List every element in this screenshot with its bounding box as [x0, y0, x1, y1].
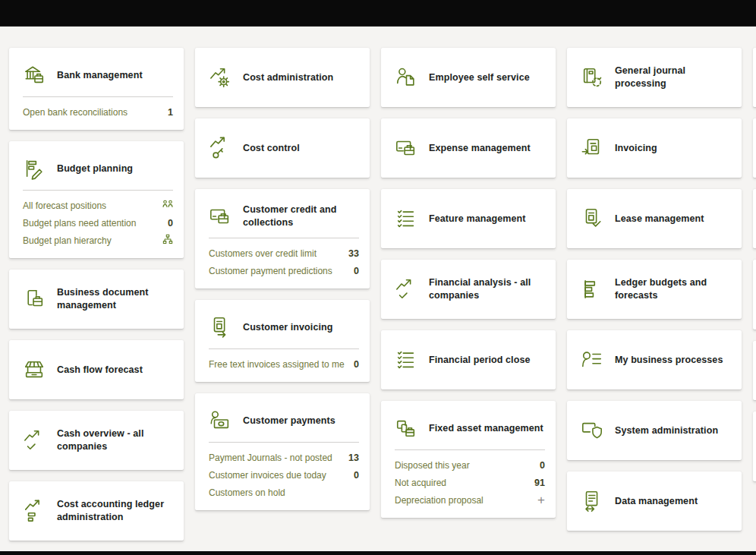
workspace-tile-financial-analysis-all-companies[interactable]: Financial analysis - all companies — [381, 260, 556, 319]
workspace-tile-cost-control[interactable]: Cost control — [195, 118, 370, 178]
workspace-tile-partial[interactable] — [753, 341, 756, 400]
tile-link-customers-on-hold[interactable]: Customers on hold — [209, 487, 285, 498]
workspace-tile-fixed-asset-management[interactable]: Fixed asset managementDisposed this year… — [381, 401, 556, 518]
tile-link-customers-over-credit-limit[interactable]: Customers over credit limit — [209, 248, 317, 259]
tile-columns: Bank managementOpen bank reconciliations… — [0, 27, 756, 541]
workspace-tile-expense-management[interactable]: Expense management — [381, 118, 556, 178]
tile-title[interactable]: Budget planning — [57, 162, 133, 175]
workspace-tile-cost-accounting-ledger-administration[interactable]: Cost accounting ledger administration — [9, 481, 184, 541]
tile-link-row: Disposed this year0 — [395, 456, 545, 474]
workspace-tile-customer-invoicing[interactable]: Customer invoicingFree text invoices ass… — [195, 300, 370, 382]
journal-sync-icon — [581, 66, 603, 89]
tile-title[interactable]: System administration — [615, 424, 718, 437]
count-badge: 0 — [354, 359, 359, 370]
workspace-tile-system-administration[interactable]: System administration — [567, 401, 742, 460]
tile-divider — [23, 190, 173, 191]
tile-links: Payment Journals - not posted13Customer … — [209, 449, 359, 501]
tile-links: All forecast positionsBudget plans need … — [23, 197, 173, 249]
workspace-tile-cost-administration[interactable]: Cost administration — [195, 48, 370, 107]
tile-links: Disposed this year0Not acquired91Depreci… — [395, 456, 545, 509]
tile-title[interactable]: Cost administration — [243, 71, 333, 84]
workspace-tile-bank-management[interactable]: Bank managementOpen bank reconciliations… — [9, 48, 184, 130]
tile-link-row: All forecast positions — [23, 197, 173, 214]
tile-link-customer-payment-predictions[interactable]: Customer payment predictions — [209, 266, 332, 276]
workspace-tile-business-document-management[interactable]: Business document management — [9, 270, 184, 329]
workspace-tile-employee-self-service[interactable]: Employee self service — [381, 48, 556, 107]
tile-title[interactable]: Employee self service — [429, 71, 530, 84]
tile-divider — [209, 442, 359, 443]
workspace-tile-partial[interactable] — [753, 189, 756, 248]
count-badge: 0 — [354, 266, 359, 276]
tile-header: Customer credit and collections — [209, 198, 359, 235]
tile-link-disposed-this-year[interactable]: Disposed this year — [395, 460, 470, 471]
tile-title[interactable]: Cash flow forecast — [57, 364, 143, 377]
workspace-tile-customer-payments[interactable]: Customer paymentsPayment Journals - not … — [195, 393, 370, 510]
plus-icon[interactable]: + — [537, 495, 545, 506]
workspace-tile-cash-flow-forecast[interactable]: Cash flow forecast — [9, 340, 184, 399]
workspace-tile-partial[interactable] — [753, 118, 756, 178]
tile-column-4: General journal processingInvoicingLease… — [567, 48, 742, 531]
workspace-tile-invoicing[interactable]: Invoicing — [567, 118, 742, 178]
tile-link-depreciation-proposal[interactable]: Depreciation proposal — [395, 495, 484, 506]
tile-header: Customer invoicing — [209, 309, 359, 345]
tile-link-not-acquired[interactable]: Not acquired — [395, 478, 446, 488]
tile-title[interactable]: Cash overview - all companies — [57, 427, 173, 453]
tile-title[interactable]: Customer credit and collections — [243, 203, 359, 229]
tile-link-row: Customers on hold — [209, 484, 359, 501]
tile-link-budget-plan-hierarchy[interactable]: Budget plan hierarchy — [23, 235, 112, 246]
tile-title[interactable]: Invoicing — [615, 142, 657, 155]
tile-title[interactable]: Customer payments — [243, 415, 335, 427]
workspace-tile-partial[interactable] — [753, 48, 756, 107]
workspace-tile-ledger-budgets-and-forecasts[interactable]: Ledger budgets and forecasts — [567, 260, 742, 319]
tile-title[interactable]: Fixed asset management — [429, 422, 543, 435]
workspace-tile-partial[interactable] — [753, 260, 756, 330]
workspace-tile-my-business-processes[interactable]: My business processes — [567, 330, 742, 389]
document-sync-icon — [581, 490, 603, 512]
checklist-icon — [395, 207, 417, 230]
tile-link-open-bank-reconciliations[interactable]: Open bank reconciliations — [23, 107, 128, 118]
credit-card-case-icon — [209, 205, 232, 228]
tile-link-payment-journals-not-posted[interactable]: Payment Journals - not posted — [209, 453, 332, 463]
tile-title[interactable]: Business document management — [57, 286, 173, 312]
tile-link-budget-plans-need-attention[interactable]: Budget plans need attention — [23, 218, 136, 229]
workspace-tile-partial[interactable] — [753, 412, 756, 481]
tile-title[interactable]: Bank management — [57, 69, 143, 82]
trend-list-icon — [23, 500, 46, 522]
tile-title[interactable]: Cost accounting ledger administration — [57, 498, 173, 524]
tile-link-row: Depreciation proposal+ — [395, 491, 545, 509]
count-badge: 0 — [354, 470, 359, 481]
bar-list-icon — [581, 278, 603, 301]
tile-header: Cash overview - all companies — [23, 422, 173, 459]
workspace-tile-budget-planning[interactable]: Budget planningAll forecast positionsBud… — [9, 141, 184, 258]
workspace-tile-feature-management[interactable]: Feature management — [381, 189, 556, 248]
workspace-tile-cash-overview-all-companies[interactable]: Cash overview - all companies — [9, 411, 184, 470]
tile-link-all-forecast-positions[interactable]: All forecast positions — [23, 200, 106, 211]
tile-header: System administration — [581, 412, 731, 449]
tile-title[interactable]: Financial analysis - all companies — [429, 276, 545, 302]
credit-card-case-icon — [395, 137, 417, 159]
tile-link-row: Open bank reconciliations1 — [23, 103, 173, 121]
tile-title[interactable]: Data management — [615, 495, 698, 508]
tile-header: Expense management — [395, 130, 545, 166]
tile-link-free-text-invoices-assigned-to-me[interactable]: Free text invoices assigned to me — [209, 359, 345, 370]
tile-link-customer-invoices-due-today[interactable]: Customer invoices due today — [209, 470, 326, 481]
count-badge: 33 — [348, 248, 359, 259]
tile-title[interactable]: Cost control — [243, 142, 300, 155]
tile-header: Cost administration — [209, 59, 359, 96]
workspace-tile-financial-period-close[interactable]: Financial period close — [381, 330, 556, 389]
org-people-icon — [162, 199, 173, 213]
workspace-tile-lease-management[interactable]: Lease management — [567, 189, 742, 248]
tile-title[interactable]: Customer invoicing — [243, 321, 332, 334]
tile-title[interactable]: My business processes — [615, 354, 723, 367]
tile-title[interactable]: General journal processing — [615, 65, 731, 90]
tile-column-partial — [753, 48, 756, 481]
tile-link-row: Customers over credit limit33 — [209, 244, 359, 262]
workspace-tile-data-management[interactable]: Data management — [567, 471, 742, 531]
workspace-tile-general-journal-processing[interactable]: General journal processing — [567, 48, 742, 107]
tile-title[interactable]: Lease management — [615, 213, 704, 225]
tile-title[interactable]: Feature management — [429, 213, 526, 225]
tile-title[interactable]: Ledger budgets and forecasts — [615, 276, 731, 302]
workspace-tile-customer-credit-and-collections[interactable]: Customer credit and collectionsCustomers… — [195, 189, 370, 289]
tile-title[interactable]: Financial period close — [429, 354, 531, 367]
tile-title[interactable]: Expense management — [429, 142, 531, 155]
